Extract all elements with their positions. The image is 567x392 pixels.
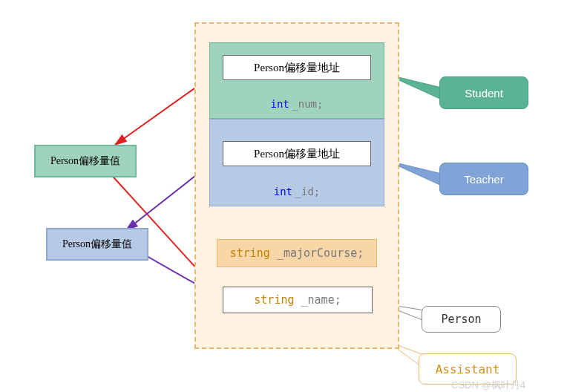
teacher-addr-box: Person偏移量地址 (223, 141, 371, 166)
watermark: CSDN @枫叶丹4 (451, 379, 525, 392)
left-blue-offset: Person偏移量值 (46, 228, 148, 261)
teacher-addr-label: Person偏移量地址 (254, 147, 340, 161)
watermark-text: CSDN @枫叶丹4 (451, 379, 525, 391)
teacher-callout-text: Teacher (464, 173, 503, 186)
left-green-label: Person偏移量值 (50, 154, 120, 168)
major-type: string (230, 246, 270, 260)
left-green-offset: Person偏移量值 (34, 145, 137, 177)
student-addr-box: Person偏移量地址 (223, 55, 371, 80)
major-course-box: string _majorCourse; (217, 239, 377, 267)
teacher-field: int _id; (223, 183, 371, 200)
person-callout-text: Person (441, 313, 481, 326)
person-callout: Person (422, 306, 501, 333)
student-field-name: _num; (292, 98, 323, 110)
teacher-callout: Teacher (439, 163, 528, 195)
major-name: _majorCourse; (277, 246, 364, 260)
student-callout-text: Student (465, 87, 503, 99)
name-box: string _name; (223, 287, 373, 313)
name-ident: _name; (301, 293, 341, 307)
left-blue-label: Person偏移量值 (62, 238, 132, 251)
teacher-field-name: _id; (295, 186, 321, 197)
teacher-field-type: int (274, 186, 292, 197)
name-type: string (254, 293, 294, 307)
student-callout: Student (439, 76, 528, 109)
assistant-callout-text: Assistant (436, 362, 500, 376)
student-field: int _num; (223, 95, 371, 113)
student-addr-label: Person偏移量地址 (254, 61, 340, 75)
student-field-type: int (271, 98, 289, 110)
